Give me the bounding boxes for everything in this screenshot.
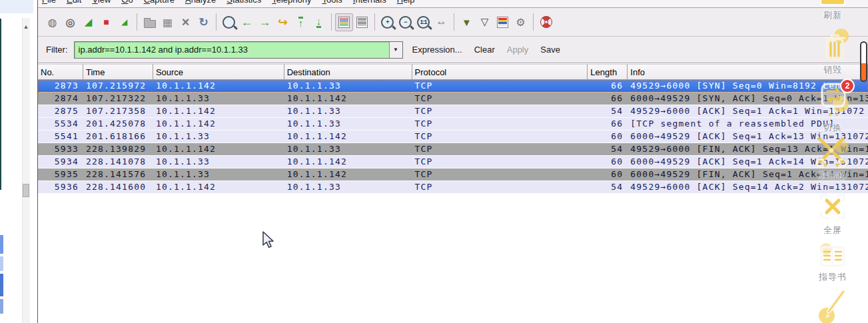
start-capture-icon[interactable]: ◢: [79, 13, 97, 31]
cell-source: 10.1.1.142: [153, 181, 284, 193]
packet-row-5935[interactable]: 5935228.14157610.1.1.3310.1.1.142TCP6060…: [38, 168, 868, 181]
cell-protocol: TCP: [412, 156, 588, 168]
go-to-packet-icon[interactable]: ↪: [274, 13, 292, 31]
cell-destination: 10.1.1.33: [284, 105, 412, 117]
stop-capture-icon[interactable]: ■: [97, 13, 115, 31]
column-header-length[interactable]: Length: [588, 64, 628, 80]
help-icon[interactable]: [537, 13, 555, 31]
resize-columns-icon[interactable]: ⇔: [432, 13, 450, 31]
toolbar-separator: [137, 13, 137, 31]
menu-statistics[interactable]: Statistics: [226, 0, 261, 5]
filter-dropdown-button[interactable]: ▼: [389, 42, 402, 58]
menu-telephony[interactable]: Telephony: [272, 0, 311, 5]
menu-capture[interactable]: Capture: [144, 0, 175, 5]
zoom-in-icon[interactable]: +: [378, 13, 396, 31]
cell-length: 54: [588, 181, 628, 193]
cell-source: 10.1.1.33: [153, 93, 284, 105]
cell-no: 5936: [38, 181, 83, 193]
background-window: ▲: [0, 0, 37, 323]
restart-capture-icon[interactable]: ◢: [115, 13, 133, 31]
capture-filters-icon[interactable]: ▼: [458, 13, 476, 31]
column-header-protocol[interactable]: Protocol: [412, 64, 588, 80]
packet-row-5934[interactable]: 5934228.14107810.1.1.3310.1.1.142TCP6060…: [38, 156, 868, 168]
go-forward-icon[interactable]: →: [256, 13, 274, 31]
scroll-up-icon[interactable]: ▲: [23, 23, 29, 30]
refresh-icon[interactable]: [820, 0, 845, 5]
list-interfaces-icon[interactable]: ◍: [43, 13, 61, 31]
autoscroll-icon[interactable]: [353, 13, 371, 31]
go-back-icon[interactable]: ←: [238, 13, 256, 31]
colorize-icon[interactable]: [335, 13, 353, 31]
column-header-destination[interactable]: Destination: [284, 64, 412, 80]
background-scrollbar[interactable]: [22, 18, 30, 323]
scrollbar-thumb[interactable]: [23, 184, 29, 197]
cell-time: 107.215972: [83, 80, 153, 92]
menu-file[interactable]: File: [42, 0, 56, 5]
menu-analyze[interactable]: Analyze: [185, 0, 216, 5]
cell-no: 2874: [38, 93, 83, 105]
filter-save-button[interactable]: Save: [540, 45, 560, 55]
cell-protocol: TCP: [412, 80, 588, 92]
menu-view[interactable]: View: [92, 0, 111, 5]
packet-list: No.TimeSourceDestinationProtocolLengthIn…: [38, 64, 868, 323]
pencil-icon[interactable]: [817, 286, 849, 323]
filter-label: Filter:: [46, 45, 68, 55]
cell-no: 5933: [38, 143, 83, 155]
open-file-icon[interactable]: [141, 13, 159, 31]
packet-list-body: 2873107.21597210.1.1.14210.1.1.33TCP6649…: [38, 80, 868, 194]
menu-tools[interactable]: Tools: [322, 0, 342, 5]
notification-badge: 2: [840, 79, 855, 93]
cell-source: 10.1.1.142: [153, 143, 284, 155]
menu-internals[interactable]: Internals: [353, 0, 386, 5]
menu-edit[interactable]: Edit: [67, 0, 81, 5]
cell-destination: 10.1.1.33: [284, 80, 412, 92]
coloring-rules-icon[interactable]: [494, 13, 512, 31]
cell-no: 5934: [38, 156, 83, 168]
packet-row-2874[interactable]: 2874107.21732210.1.1.3310.1.1.142TCP6660…: [38, 93, 868, 105]
cell-destination: 10.1.1.142: [284, 168, 412, 180]
save-file-icon[interactable]: ▦: [159, 13, 177, 31]
cell-no: 5935: [38, 168, 83, 180]
find-packet-icon[interactable]: [220, 13, 238, 31]
packet-row-5541[interactable]: 5541201.61816610.1.1.3310.1.1.142TCP6060…: [38, 131, 868, 143]
menu-go[interactable]: Go: [121, 0, 133, 5]
toolbar-separator: [331, 13, 332, 31]
background-border: [0, 19, 1, 190]
cell-protocol: TCP: [412, 105, 588, 117]
overlay-scrollbar[interactable]: [860, 41, 867, 82]
zoom-out-icon[interactable]: −: [396, 13, 414, 31]
display-filters-icon[interactable]: ▽: [476, 13, 494, 31]
zoom-100-icon[interactable]: 1:1: [414, 13, 432, 31]
close-file-icon[interactable]: ×: [177, 13, 195, 31]
column-header-time[interactable]: Time: [83, 64, 153, 80]
go-top-icon[interactable]: ↑: [292, 13, 310, 31]
scissors-icon[interactable]: [812, 133, 851, 169]
filter-actions: Expression...ClearApplySave: [412, 45, 560, 55]
fullscreen-icon[interactable]: [817, 190, 849, 222]
cell-time: 107.217358: [83, 105, 153, 117]
preferences-icon[interactable]: ⚙: [512, 13, 530, 31]
cell-destination: 10.1.1.142: [284, 131, 412, 143]
book-icon[interactable]: [818, 242, 847, 270]
cell-source: 10.1.1.33: [153, 131, 284, 143]
cell-protocol: TCP: [412, 181, 588, 193]
filter-clear-button[interactable]: Clear: [474, 45, 495, 55]
packet-row-5933[interactable]: 5933228.13982910.1.1.14210.1.1.33TCP5449…: [38, 143, 868, 156]
filter-expression-button[interactable]: Expression...: [412, 45, 462, 55]
column-header-source[interactable]: Source: [153, 64, 284, 80]
capture-options-icon[interactable]: ◎: [61, 13, 79, 31]
packet-row-5534[interactable]: 5534201.42507810.1.1.14210.1.1.33TCP66[T…: [38, 118, 868, 131]
trash-icon[interactable]: [819, 28, 851, 63]
packet-row-2873[interactable]: 2873107.21597210.1.1.14210.1.1.33TCP6649…: [38, 80, 868, 93]
filter-input[interactable]: [75, 42, 389, 58]
reload-icon[interactable]: ↻: [195, 13, 213, 31]
go-bottom-icon[interactable]: ↓: [310, 13, 328, 31]
packet-row-5936[interactable]: 5936228.14160010.1.1.14210.1.1.33TCP5449…: [38, 181, 868, 194]
cell-no: 5541: [38, 131, 83, 143]
column-header-no[interactable]: No.: [38, 64, 83, 80]
cell-time: 228.141576: [83, 168, 153, 180]
menu-help[interactable]: Help: [397, 0, 415, 5]
overlay-label-switch: 切换: [801, 122, 864, 134]
background-fragment: [0, 256, 3, 271]
packet-row-2875[interactable]: 2875107.21735810.1.1.14210.1.1.33TCP5449…: [38, 105, 868, 118]
